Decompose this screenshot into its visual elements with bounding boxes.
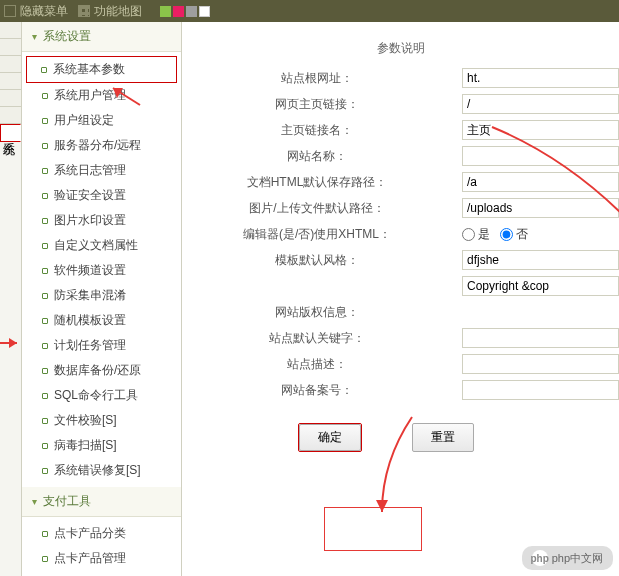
theme-green[interactable]: [160, 6, 171, 17]
form-label: 站点根网址：: [182, 70, 462, 87]
hide-menu-icon: [4, 5, 16, 17]
menu-item-label: 数据库备份/还原: [54, 362, 141, 379]
form-value: [462, 146, 619, 166]
menu-item[interactable]: 数据库备份/还原: [22, 358, 181, 383]
form-row: 网站备案号：: [182, 377, 619, 403]
menu-item[interactable]: 软件频道设置: [22, 258, 181, 283]
form-value: [462, 172, 619, 192]
form-label: 编辑器(是/否)使用XHTML：: [182, 226, 462, 243]
bullet-icon: [42, 218, 48, 224]
menu-item[interactable]: 点卡产品管理: [22, 546, 181, 571]
menu-item-label: 系统基本参数: [53, 61, 125, 78]
form-input[interactable]: [462, 354, 619, 374]
form-label: 文档HTML默认保存路径：: [182, 174, 462, 191]
menu-item[interactable]: 会员产品分类: [22, 571, 181, 576]
form-input[interactable]: [462, 328, 619, 348]
bullet-icon: [42, 143, 48, 149]
vtab-3[interactable]: 采集: [0, 73, 21, 90]
feature-map-label: 功能地图: [94, 3, 142, 20]
form-input[interactable]: [462, 198, 619, 218]
form-label: 图片/上传文件默认路径：: [182, 200, 462, 217]
sidebar: ▾系统设置系统基本参数系统用户管理用户组设定服务器分布/远程系统日志管理验证安全…: [22, 22, 182, 576]
form-value: [462, 250, 619, 270]
bullet-icon: [42, 93, 48, 99]
vtab-1[interactable]: 模块: [0, 39, 21, 56]
menu-item[interactable]: 病毒扫描[S]: [22, 433, 181, 458]
vtab-4[interactable]: 会员: [0, 90, 21, 107]
radio-option[interactable]: 是: [462, 226, 490, 243]
menu-item-label: 防采集串混淆: [54, 287, 126, 304]
bullet-icon: [42, 168, 48, 174]
form-value: [462, 276, 619, 296]
menu-item-label: 随机模板设置: [54, 312, 126, 329]
vtab-6[interactable]: 系统: [0, 124, 21, 142]
content-area: 参数说明 站点根网址：网页主页链接：主页链接名：网站名称：文档HTML默认保存路…: [182, 22, 619, 576]
menu-item[interactable]: 防采集串混淆: [22, 283, 181, 308]
bullet-icon: [42, 293, 48, 299]
theme-white[interactable]: [199, 6, 210, 17]
vtab-2[interactable]: 生成: [0, 56, 21, 73]
radio-input[interactable]: [500, 228, 513, 241]
theme-pink[interactable]: [173, 6, 184, 17]
menu-item-label: 点卡产品管理: [54, 550, 126, 567]
feature-map-icon: [78, 5, 90, 17]
form-row: 图片/上传文件默认路径：: [182, 195, 619, 221]
menu-item[interactable]: 验证安全设置: [22, 183, 181, 208]
menu-item[interactable]: 服务器分布/远程: [22, 133, 181, 158]
reset-button[interactable]: 重置: [412, 423, 474, 452]
radio-option[interactable]: 否: [500, 226, 528, 243]
menu-item[interactable]: 系统用户管理: [22, 83, 181, 108]
main-container: 核心模块生成采集会员模板系统 ▾系统设置系统基本参数系统用户管理用户组设定服务器…: [0, 22, 619, 576]
form-label: 主页链接名：: [182, 122, 462, 139]
menu-item[interactable]: 计划任务管理: [22, 333, 181, 358]
radio-input[interactable]: [462, 228, 475, 241]
menu-item[interactable]: 用户组设定: [22, 108, 181, 133]
form-header: 参数说明: [182, 32, 619, 65]
menu-item[interactable]: 系统日志管理: [22, 158, 181, 183]
menu-item[interactable]: 图片水印设置: [22, 208, 181, 233]
form-input[interactable]: [462, 380, 619, 400]
topbar: 隐藏菜单 功能地图: [0, 0, 619, 22]
annotation-highlight-submit: [324, 507, 422, 551]
form-input[interactable]: [462, 146, 619, 166]
bullet-icon: [42, 318, 48, 324]
menu-item[interactable]: SQL命令行工具: [22, 383, 181, 408]
section-header-1[interactable]: ▾支付工具: [22, 487, 181, 517]
form-input[interactable]: [462, 120, 619, 140]
form-label: 站点描述：: [182, 356, 462, 373]
hide-menu-link[interactable]: 隐藏菜单: [4, 3, 68, 20]
form-input[interactable]: [462, 250, 619, 270]
feature-map-link[interactable]: 功能地图: [78, 3, 142, 20]
bullet-icon: [42, 343, 48, 349]
form-label: 网页主页链接：: [182, 96, 462, 113]
menu-item[interactable]: 系统基本参数: [26, 56, 177, 83]
menu-item-label: SQL命令行工具: [54, 387, 138, 404]
form-value: [462, 120, 619, 140]
vtab-5[interactable]: 模板: [0, 107, 21, 124]
form-value: [462, 354, 619, 374]
submit-button[interactable]: 确定: [299, 424, 361, 451]
menu-item[interactable]: 文件校验[S]: [22, 408, 181, 433]
form-row: 网站名称：: [182, 143, 619, 169]
form-row: 文档HTML默认保存路径：: [182, 169, 619, 195]
form-input[interactable]: [462, 94, 619, 114]
menu-item[interactable]: 自定义文档属性: [22, 233, 181, 258]
chevron-down-icon: ▾: [32, 31, 37, 42]
form-row: [182, 273, 619, 299]
menu-item-label: 图片水印设置: [54, 212, 126, 229]
watermark-icon: php: [532, 550, 548, 566]
theme-gray[interactable]: [186, 6, 197, 17]
bullet-icon: [41, 67, 47, 73]
form-label: 网站备案号：: [182, 382, 462, 399]
menu-item[interactable]: 系统错误修复[S]: [22, 458, 181, 483]
menu-item[interactable]: 随机模板设置: [22, 308, 181, 333]
bullet-icon: [42, 193, 48, 199]
vtab-0[interactable]: 核心: [0, 22, 21, 39]
section-header-0[interactable]: ▾系统设置: [22, 22, 181, 52]
form-input[interactable]: [462, 172, 619, 192]
bullet-icon: [42, 118, 48, 124]
form-input[interactable]: [462, 68, 619, 88]
bullet-icon: [42, 418, 48, 424]
menu-item[interactable]: 点卡产品分类: [22, 521, 181, 546]
form-input[interactable]: [462, 276, 619, 296]
